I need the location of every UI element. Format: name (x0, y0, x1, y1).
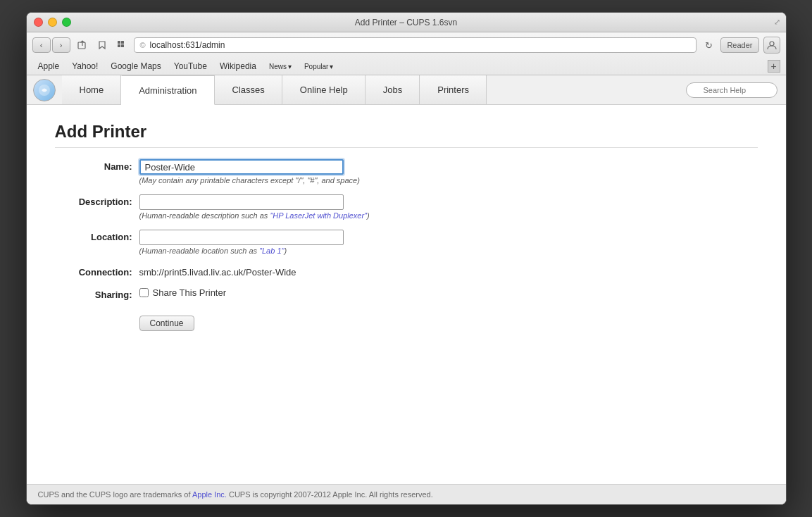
continue-row: Continue (55, 310, 758, 331)
tab-jobs[interactable]: Jobs (366, 75, 420, 104)
search-wrap: 🔍 (686, 82, 777, 98)
account-button[interactable] (763, 37, 780, 54)
location-row: Location: (Human-readable location such … (55, 230, 758, 255)
cups-logo (27, 75, 62, 104)
tab-administration[interactable]: Administration (121, 75, 214, 105)
footer-text: CUPS and the CUPS logo are trademarks of… (38, 490, 433, 499)
sharing-label: Sharing: (55, 287, 139, 300)
nav-buttons: ‹ › (32, 37, 70, 53)
browser-window: Add Printer – CUPS 1.6svn ⤢ ‹ › (26, 12, 787, 505)
svg-rect-2 (121, 41, 124, 44)
bookmark-yahoo[interactable]: Yahoo! (66, 60, 104, 73)
name-row: Name: (May contain any printable charact… (55, 159, 758, 185)
bookmark-apple[interactable]: Apple (32, 60, 65, 73)
name-input[interactable] (139, 159, 344, 175)
svg-rect-0 (78, 42, 85, 49)
cups-navigation: Home Administration Classes Online Help … (27, 75, 786, 105)
reader-button[interactable]: Reader (720, 37, 758, 53)
svg-rect-1 (118, 41, 120, 44)
window-title: Add Printer – CUPS 1.6svn (355, 18, 457, 27)
bookmarks-bar: Apple Yahoo! Google Maps YouTube Wikiped… (27, 58, 786, 75)
name-label: Name: (55, 159, 139, 172)
description-hint: (Human-readable description such as "HP … (139, 211, 370, 220)
cups-nav-tabs: Home Administration Classes Online Help … (62, 75, 677, 104)
address-bar[interactable]: © localhost:631/admin (134, 37, 697, 53)
description-label: Description: (55, 194, 139, 207)
tab-printers[interactable]: Printers (420, 75, 487, 104)
cups-logo-icon (33, 79, 56, 101)
sharing-row: Sharing: Share This Printer (55, 287, 758, 300)
location-label: Location: (55, 230, 139, 242)
nav-bar: ‹ › (27, 32, 786, 58)
tab-online-help[interactable]: Online Help (282, 75, 366, 104)
description-row: Description: (Human-readable description… (55, 194, 758, 220)
minimize-button[interactable] (48, 18, 57, 27)
add-printer-form: Name: (May contain any printable charact… (55, 159, 758, 331)
main-content: Add Printer Name: (May contain any print… (27, 105, 786, 484)
popular-menu[interactable]: Popular ▾ (299, 61, 339, 72)
news-menu[interactable]: News ▾ (263, 61, 297, 72)
sharing-checkbox-row: Share This Printer (139, 287, 227, 298)
window-controls (34, 18, 71, 27)
titlebar: Add Printer – CUPS 1.6svn ⤢ (27, 13, 786, 32)
close-button[interactable] (34, 18, 43, 27)
refresh-button[interactable]: ↻ (701, 37, 716, 53)
sharing-checkbox-label: Share This Printer (153, 287, 227, 298)
bookmark-googlemaps[interactable]: Google Maps (105, 60, 166, 73)
tab-home[interactable]: Home (62, 75, 122, 104)
search-area: 🔍 (677, 82, 786, 98)
connection-value: smb://print5.livad.liv.ac.uk/Poster-Wide (139, 265, 296, 278)
description-input[interactable] (139, 194, 344, 210)
secure-icon: © (140, 41, 146, 49)
back-button[interactable]: ‹ (32, 37, 51, 53)
connection-row: Connection: smb://print5.livad.liv.ac.uk… (55, 265, 758, 278)
search-input[interactable] (686, 82, 777, 98)
browser-toolbar: ‹ › (27, 32, 786, 75)
apple-link[interactable]: Apple Inc. (192, 490, 227, 499)
bookmark-youtube[interactable]: YouTube (168, 60, 213, 73)
description-field-wrap: (Human-readable description such as "HP … (139, 194, 370, 220)
location-field-wrap: (Human-readable location such as "Lab 1"… (139, 230, 344, 255)
svg-rect-3 (118, 44, 120, 47)
grid-icon[interactable] (114, 37, 130, 53)
resize-icon: ⤢ (774, 18, 780, 27)
svg-point-5 (770, 42, 774, 46)
location-hint: (Human-readable location such as "Lab 1"… (139, 247, 344, 255)
address-text: localhost:631/admin (150, 40, 225, 50)
continue-button[interactable]: Continue (139, 316, 194, 331)
add-tab-button[interactable]: + (768, 60, 780, 73)
tab-classes[interactable]: Classes (215, 75, 282, 104)
sharing-checkbox[interactable] (139, 288, 149, 297)
location-input[interactable] (139, 230, 344, 245)
footer: CUPS and the CUPS logo are trademarks of… (27, 484, 786, 504)
connection-label: Connection: (55, 265, 139, 278)
name-field-wrap: (May contain any printable characters ex… (139, 159, 360, 185)
bookmark-wikipedia[interactable]: Wikipedia (214, 60, 262, 73)
bookmarks-icon[interactable] (94, 37, 110, 53)
share-icon[interactable] (75, 37, 90, 53)
svg-rect-4 (121, 44, 124, 47)
page-title: Add Printer (55, 122, 758, 148)
forward-button[interactable]: › (52, 37, 70, 53)
name-hint: (May contain any printable characters ex… (139, 176, 360, 185)
maximize-button[interactable] (62, 18, 71, 27)
